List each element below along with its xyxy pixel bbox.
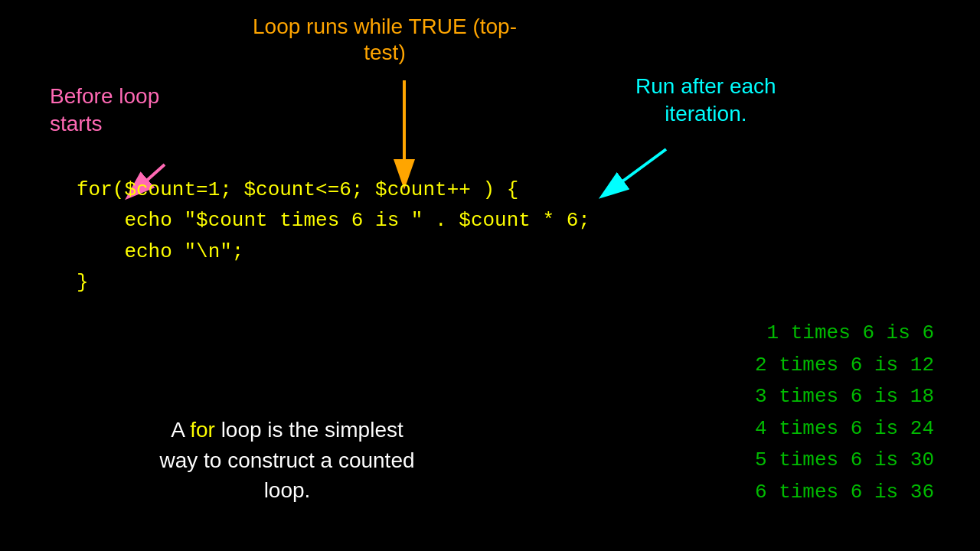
output-line-6: 6 times 6 is 36 (755, 477, 934, 509)
output-line-2: 2 times 6 is 12 (755, 350, 934, 382)
cyan-arrow (611, 149, 666, 190)
before-loop-annotation: Before loop starts (50, 83, 159, 139)
for-keyword: for (190, 418, 215, 442)
output-line-3: 3 times 6 is 18 (755, 381, 934, 413)
output-line-4: 4 times 6 is 24 (755, 413, 934, 445)
loop-test-annotation: Loop runs while TRUE (top- test) (253, 14, 517, 65)
code-line-1: for($count=1; $count<=6; $count++ ) { (77, 174, 590, 205)
code-line-2: echo "$count times 6 is " . $count * 6; (77, 205, 590, 236)
output-line-5: 5 times 6 is 30 (755, 445, 934, 477)
code-block: for($count=1; $count<=6; $count++ ) { ec… (77, 174, 590, 298)
run-after-annotation: Run after each iteration. (635, 73, 776, 129)
slide: Loop runs while TRUE (top- test) Before … (0, 0, 980, 551)
code-line-4: } (77, 267, 590, 298)
output-line-1: 1 times 6 is 6 (755, 318, 934, 350)
output-block: 1 times 6 is 6 2 times 6 is 12 3 times 6… (755, 318, 934, 509)
code-line-3: echo "\n"; (77, 236, 590, 267)
description-text: A for loop is the simplest way to constr… (100, 415, 475, 505)
